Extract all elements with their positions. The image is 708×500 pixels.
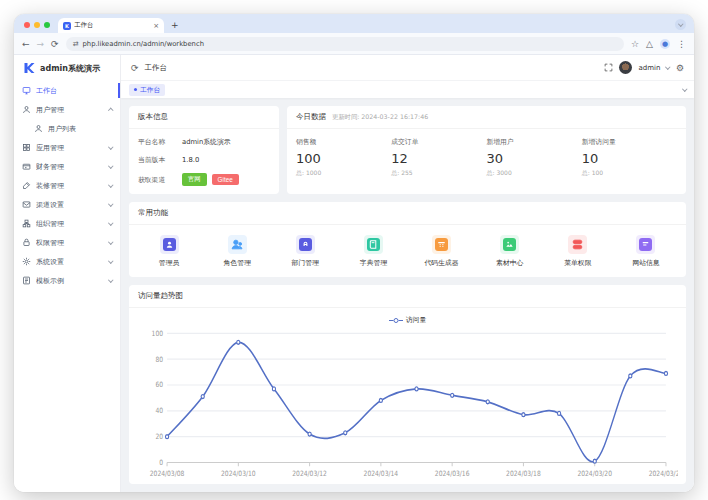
sidebar-item-6[interactable]: 装修管理	[14, 176, 120, 195]
stat-total: 总: 3000	[487, 169, 582, 178]
profile-avatar-icon[interactable]: ●	[660, 39, 670, 49]
svg-text:100: 100	[152, 329, 163, 338]
function-item-7[interactable]: 菜单权限	[552, 235, 604, 268]
chevron-down-icon	[666, 64, 671, 69]
chevron-down-icon	[108, 220, 113, 225]
address-bar[interactable]: ⇄ php.likeadmin.cn/admin/workbench	[66, 37, 624, 51]
version-row-label: 当前版本	[138, 155, 182, 165]
tab-close-icon[interactable]: ×	[153, 22, 159, 30]
menu-list-icon	[568, 235, 587, 254]
user-avatar[interactable]	[619, 61, 632, 74]
sidebar-item-1[interactable]: 工作台	[14, 81, 120, 100]
sidebar-menu: 工作台用户管理用户列表应用管理财务管理装修管理渠道设置组织管理权限管理系统设置模…	[14, 81, 120, 492]
browser-tabstrip: K 工作台 × +	[14, 14, 694, 33]
svg-text:2024/03/08: 2024/03/08	[150, 469, 185, 478]
template-icon	[22, 276, 31, 285]
settings-gear-icon[interactable]: ⚙	[676, 63, 684, 73]
refresh-icon[interactable]: ⟳	[131, 63, 139, 73]
extensions-icon[interactable]: △	[646, 39, 653, 49]
sidebar-item-10[interactable]: 系统设置	[14, 252, 120, 271]
stat-value: 12	[391, 151, 486, 166]
admin-badge-icon	[160, 235, 179, 254]
sidebar-item-label: 模板示例	[36, 276, 104, 286]
active-dot-icon	[134, 88, 137, 91]
forward-button[interactable]: →	[37, 39, 45, 49]
stat-2: 成交订单12总: 255	[391, 137, 486, 178]
code-box-icon	[432, 235, 451, 254]
function-item-2[interactable]: 角色管理	[211, 235, 263, 268]
chart-legend[interactable]: 访问量	[137, 312, 678, 326]
line-chart-svg: 0204060801002024/03/082024/03/102024/03/…	[137, 326, 678, 482]
close-window-button[interactable]	[24, 22, 30, 28]
stat-1: 销售额100总: 1000	[296, 137, 391, 178]
today-data-card: 今日数据 更新时间: 2024-03-22 16:17:46 销售额100总: …	[287, 106, 686, 194]
sidebar-item-7[interactable]: 渠道设置	[14, 195, 120, 214]
browser-toolbar: ← → ⟳ ⇄ php.likeadmin.cn/admin/workbench…	[14, 33, 694, 55]
org-icon	[22, 219, 31, 228]
visits-trend-card: 访问量趋势图 访问量 0204060801002024/03/082024/03…	[129, 285, 686, 484]
sidebar-item-label: 财务管理	[36, 162, 104, 172]
chart-card-title: 访问量趋势图	[129, 285, 686, 308]
app-grid-icon	[22, 143, 31, 152]
version-row-value: admin系统演示	[182, 137, 230, 147]
function-item-8[interactable]: 网站信息	[620, 235, 672, 268]
function-item-3[interactable]: 部门管理	[279, 235, 331, 268]
sidebar-item-4[interactable]: 应用管理	[14, 138, 120, 157]
browser-menu-icon[interactable]: ⋮	[677, 39, 686, 49]
svg-text:60: 60	[155, 381, 163, 390]
function-label: 字典管理	[360, 258, 387, 268]
function-item-6[interactable]: 素材中心	[484, 235, 536, 268]
site-settings-icon[interactable]: ⇄	[73, 40, 79, 48]
function-label: 管理员	[159, 258, 179, 268]
common-functions-card: 常用功能 管理员角色管理部门管理字典管理代码生成器素材中心菜单权限网站信息	[129, 202, 686, 277]
likeadmin-logo-icon	[23, 62, 35, 74]
visits-line-chart: 0204060801002024/03/082024/03/102024/03/…	[137, 326, 678, 482]
svg-text:0: 0	[159, 458, 163, 467]
username[interactable]: admin	[638, 64, 660, 72]
sidebar-item-8[interactable]: 组织管理	[14, 214, 120, 233]
tab-workbench[interactable]: 工作台	[129, 84, 165, 96]
stat-4: 新增访问量10总: 100	[582, 137, 677, 178]
app-logo[interactable]: admin系统演示	[14, 55, 120, 81]
users-icon	[228, 235, 247, 254]
breadcrumb: 工作台	[145, 63, 599, 73]
sidebar-item-5[interactable]: 财务管理	[14, 157, 120, 176]
minimize-window-button[interactable]	[34, 22, 40, 28]
tab-search-button[interactable]	[675, 19, 686, 30]
version-row-label: 平台名称	[138, 137, 182, 147]
channel-button-2[interactable]: Gitee	[212, 174, 239, 185]
tabs-dropdown-icon[interactable]	[682, 86, 687, 91]
channel-button-1[interactable]: 官网	[182, 173, 207, 186]
zoom-window-button[interactable]	[44, 22, 50, 28]
admin-app: admin系统演示 工作台用户管理用户列表应用管理财务管理装修管理渠道设置组织管…	[14, 55, 694, 492]
sidebar-item-label: 用户列表	[48, 124, 112, 134]
function-item-1[interactable]: 管理员	[143, 235, 195, 268]
reload-button[interactable]: ⟳	[51, 39, 59, 49]
stat-total: 总: 1000	[296, 169, 391, 178]
channel-label: 获取渠道	[138, 175, 182, 185]
sidebar-item-label: 装修管理	[36, 181, 104, 191]
window-controls	[14, 22, 58, 33]
updated-time: 更新时间: 2024-03-22 16:17:46	[332, 113, 428, 122]
new-tab-button[interactable]: +	[171, 20, 179, 30]
chevron-down-icon	[108, 277, 113, 282]
stat-total: 总: 255	[391, 169, 486, 178]
version-info-card: 版本信息 平台名称admin系统演示当前版本1.8.0获取渠道官网Gitee	[129, 106, 279, 194]
stat-label: 新增用户	[487, 137, 582, 147]
fullscreen-icon[interactable]	[604, 63, 613, 72]
function-item-5[interactable]: 代码生成器	[416, 235, 468, 268]
image-box-icon	[500, 235, 519, 254]
sidebar-item-3[interactable]: 用户列表	[14, 119, 120, 138]
sidebar-item-9[interactable]: 权限管理	[14, 233, 120, 252]
function-label: 部门管理	[292, 258, 319, 268]
back-button[interactable]: ←	[22, 39, 30, 49]
browser-tab[interactable]: K 工作台 ×	[58, 18, 164, 33]
sidebar-item-11[interactable]: 模板示例	[14, 271, 120, 290]
svg-text:2024/03/22: 2024/03/22	[649, 469, 678, 478]
sidebar-item-2[interactable]: 用户管理	[14, 100, 120, 119]
browser-window: K 工作台 × + ← → ⟳ ⇄ php.likeadmin.cn/admin…	[14, 14, 694, 492]
legend-label: 访问量	[406, 315, 426, 325]
bookmark-star-icon[interactable]: ☆	[631, 39, 639, 49]
function-item-4[interactable]: 字典管理	[347, 235, 399, 268]
stat-value: 30	[487, 151, 582, 166]
